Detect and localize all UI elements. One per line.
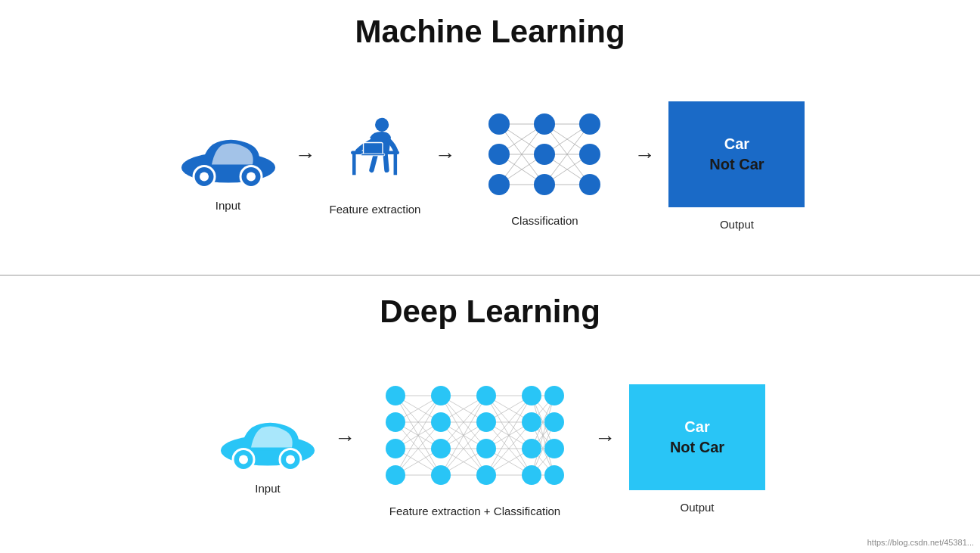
svg-point-122 — [522, 465, 541, 485]
dl-arrow-1: → — [334, 427, 355, 449]
ml-input-label: Input — [216, 199, 240, 212]
dl-title: Deep Learning — [380, 294, 600, 330]
svg-point-33 — [534, 144, 555, 165]
svg-point-110 — [386, 465, 405, 485]
ml-output-car: Car — [724, 135, 749, 153]
dl-car-icon — [215, 403, 321, 471]
dl-input-item: Input — [215, 403, 321, 495]
svg-point-121 — [522, 439, 541, 458]
svg-point-126 — [544, 465, 564, 485]
ml-arrow-2: → — [434, 144, 455, 166]
svg-rect-9 — [364, 143, 383, 155]
dl-arrow-2: → — [594, 427, 616, 449]
svg-point-5 — [375, 118, 389, 132]
ml-feature-item: Feature extraction — [330, 117, 421, 216]
svg-point-2 — [200, 172, 209, 182]
ml-neural-net-icon — [469, 105, 620, 203]
ml-output-item: Car Not Car Output — [668, 101, 805, 231]
svg-point-124 — [544, 412, 564, 432]
dl-input-label: Input — [255, 482, 280, 495]
svg-point-111 — [431, 386, 451, 405]
svg-point-112 — [431, 412, 451, 432]
dl-output-item: Car Not Car Output — [629, 384, 765, 514]
dl-feature-class-label: Feature extraction + Classification — [389, 505, 560, 517]
svg-point-125 — [544, 439, 564, 458]
svg-rect-7 — [352, 154, 356, 175]
ml-classification-item: Classification — [469, 105, 620, 227]
ml-output-box: Car Not Car — [668, 101, 805, 207]
ml-flow-row: Input → — [175, 65, 805, 267]
svg-point-4 — [247, 172, 256, 182]
dl-output-box: Car Not Car — [629, 384, 765, 490]
dl-neural-net-icon — [369, 381, 581, 494]
ml-output-notcar: Not Car — [709, 156, 764, 173]
dl-output-label: Output — [680, 501, 714, 514]
ml-output-label: Output — [720, 218, 754, 231]
dl-flow-row: Input → — [215, 345, 765, 553]
svg-point-30 — [488, 144, 510, 165]
svg-point-113 — [431, 439, 451, 458]
main-container: Machine Learning Input — [0, 0, 980, 553]
svg-point-108 — [386, 412, 405, 432]
dl-output-car: Car — [684, 418, 709, 436]
svg-point-120 — [522, 412, 541, 432]
svg-point-115 — [476, 386, 496, 405]
svg-point-114 — [431, 465, 451, 485]
machine-learning-section: Machine Learning Input — [0, 0, 980, 276]
svg-rect-10 — [361, 154, 385, 156]
svg-point-35 — [579, 113, 600, 135]
ml-car-icon — [175, 120, 281, 188]
svg-point-32 — [534, 113, 555, 135]
svg-rect-8 — [394, 154, 398, 175]
ml-feature-label: Feature extraction — [330, 203, 421, 216]
ml-arrow-1: → — [295, 144, 316, 166]
svg-point-40 — [239, 455, 248, 464]
dl-output-notcar: Not Car — [670, 439, 724, 456]
svg-point-29 — [488, 113, 510, 135]
svg-point-116 — [476, 412, 496, 432]
svg-point-31 — [488, 174, 510, 195]
svg-point-37 — [579, 174, 600, 195]
svg-point-123 — [544, 386, 564, 405]
ml-person-icon — [341, 117, 409, 192]
svg-point-107 — [386, 386, 405, 405]
ml-title: Machine Learning — [355, 14, 625, 50]
watermark: https://blog.csdn.net/45381... — [867, 538, 974, 547]
svg-point-119 — [522, 386, 541, 405]
deep-learning-section: Deep Learning Input → — [0, 276, 980, 553]
svg-point-34 — [534, 174, 555, 195]
svg-point-109 — [386, 439, 405, 458]
svg-point-117 — [476, 439, 496, 458]
ml-input-item: Input — [175, 120, 281, 212]
ml-arrow-3: → — [634, 144, 655, 166]
svg-point-42 — [286, 455, 295, 464]
svg-point-36 — [579, 144, 600, 165]
svg-point-118 — [476, 465, 496, 485]
ml-classification-label: Classification — [511, 214, 578, 227]
dl-network-item: Feature extraction + Classification — [369, 381, 581, 517]
